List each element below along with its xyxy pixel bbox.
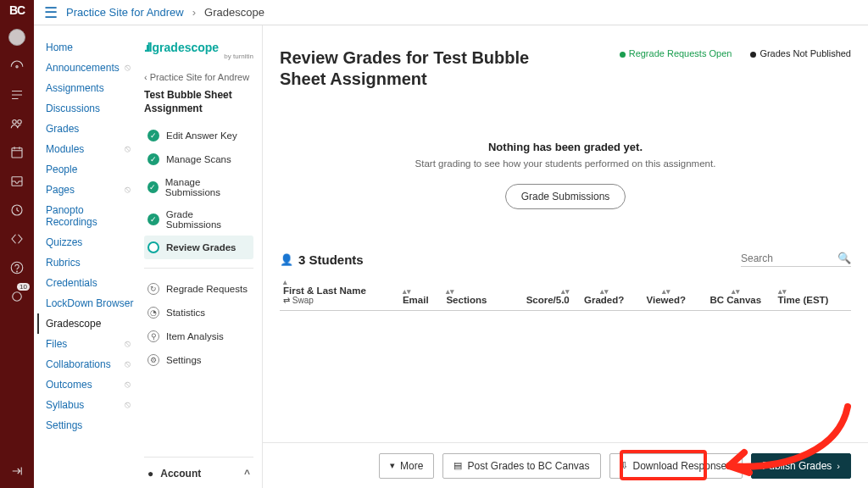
gs-step-item[interactable]: ✓Manage Submissions [144, 171, 253, 203]
svg-rect-3 [12, 148, 22, 158]
gs-step-label: Edit Answer Key [166, 130, 237, 141]
status-publish: Grades Not Published [750, 47, 851, 59]
svg-point-2 [18, 120, 22, 125]
account-avatar[interactable] [8, 29, 25, 46]
hidden-icon: ⦸ [125, 184, 131, 195]
course-nav-item[interactable]: Gradescope [37, 313, 136, 334]
course-nav-item[interactable]: Outcomes⦸ [46, 374, 136, 395]
post-grades-button[interactable]: ▤Post Grades to BC Canvas [442, 453, 600, 479]
gs-assignment-title: Test Bubble Sheet Assignment [144, 89, 253, 115]
gs-step-label: Grade Submissions [166, 209, 250, 230]
gs-tool-label: Item Analysis [166, 331, 224, 341]
breadcrumb-course[interactable]: Practice Site for Andrew [66, 6, 184, 19]
svg-point-0 [16, 66, 18, 68]
circle-icon [147, 241, 159, 253]
col-name[interactable]: ▴First & Last Name⇄ Swap [280, 274, 399, 311]
student-search[interactable]: 🔍 [741, 252, 851, 267]
course-nav-item[interactable]: Panopto Recordings [46, 200, 136, 232]
commons-icon[interactable] [8, 230, 25, 247]
course-nav-item[interactable]: Pages⦸ [46, 180, 136, 200]
hidden-icon: ⦸ [125, 338, 131, 349]
col-viewed[interactable]: ▴▾Viewed? [635, 274, 697, 311]
page-title: Review Grades for Test Bubble Sheet Assi… [280, 47, 534, 90]
download-responses-button[interactable]: ⇩Download Responses [609, 453, 743, 479]
groups-icon[interactable] [8, 115, 25, 132]
gs-account-label: Account [160, 468, 201, 480]
course-nav-item[interactable]: Files⦸ [46, 334, 136, 354]
check-icon: ✓ [147, 130, 159, 141]
gs-account-toggle[interactable]: ● Account ^ [144, 457, 253, 480]
col-sections[interactable]: ▴▾Sections [442, 274, 506, 311]
check-icon: ✓ [147, 214, 159, 225]
help-icon[interactable] [8, 259, 25, 276]
col-email[interactable]: ▴▾Email [399, 274, 443, 311]
col-score[interactable]: ▴▾Score/5.0 [506, 274, 573, 311]
history-icon[interactable] [8, 202, 25, 219]
course-nav-item[interactable]: Announcements⦸ [46, 58, 136, 78]
col-time[interactable]: ▴▾Time (EST) [775, 274, 851, 311]
hidden-icon: ⦸ [125, 379, 131, 390]
gs-tool-item[interactable]: ⚙Settings [144, 348, 253, 372]
gs-back-link[interactable]: ‹ Practice Site for Andrew [144, 72, 253, 82]
gs-tool-item[interactable]: ◔Statistics [144, 301, 253, 324]
search-icon: 🔍 [837, 252, 851, 264]
course-nav-item[interactable]: Syllabus⦸ [46, 395, 136, 415]
course-nav-item[interactable]: Credentials [46, 273, 136, 293]
global-nav-rail: BC [0, 0, 34, 488]
more-button[interactable]: ▾More [379, 453, 434, 479]
tool-icon: ◔ [147, 307, 159, 319]
dashboard-icon[interactable] [8, 58, 25, 75]
course-nav-item[interactable]: Home [46, 37, 136, 58]
download-icon: ⇩ [620, 460, 628, 471]
course-nav-item[interactable]: Grades [46, 119, 136, 139]
breadcrumb-bar: ☰ Practice Site for Andrew › Gradescope [34, 0, 868, 25]
chevron-down-icon: ▾ [390, 460, 395, 471]
check-icon: ✓ [147, 153, 159, 165]
check-icon: ✓ [147, 181, 159, 193]
hamburger-icon[interactable]: ☰ [44, 3, 58, 22]
course-nav-item[interactable]: Collaborations⦸ [46, 354, 136, 374]
list-icon: ▤ [453, 460, 462, 471]
gs-tool-item[interactable]: ⚲Item Analysis [144, 324, 253, 348]
gradescope-sidebar: .ıllgradescope by turnitin ‹ Practice Si… [136, 25, 263, 488]
calendar-icon[interactable] [8, 144, 25, 161]
action-bar: ▾More ▤Post Grades to BC Canvas ⇩Downloa… [263, 442, 868, 488]
course-nav-item[interactable]: Assignments [46, 78, 136, 98]
gs-step-item[interactable]: ✓Manage Scans [144, 147, 253, 171]
course-nav-item[interactable]: Settings [46, 415, 136, 435]
students-heading: 3 Students [298, 252, 364, 267]
grade-submissions-button[interactable]: Grade Submissions [505, 184, 626, 209]
person-icon: ● [147, 468, 153, 480]
courses-icon[interactable] [8, 86, 25, 103]
chevron-right-icon: › [192, 6, 196, 19]
students-table: ▴First & Last Name⇄ Swap ▴▾Email ▴▾Secti… [280, 274, 851, 311]
bc-logo[interactable]: BC [9, 3, 25, 17]
course-nav-item[interactable]: Quizzes [46, 232, 136, 252]
search-input[interactable] [741, 252, 837, 264]
empty-state: Nothing has been graded yet. Start gradi… [280, 141, 851, 209]
course-nav-item[interactable]: Discussions [46, 98, 136, 119]
gs-step-item[interactable]: Review Grades [144, 236, 253, 259]
notifications-badge[interactable] [8, 288, 25, 305]
course-nav-item[interactable]: LockDown Browser [46, 293, 136, 313]
gs-step-item[interactable]: ✓Grade Submissions [144, 203, 253, 236]
svg-point-1 [13, 120, 17, 125]
gs-step-label: Manage Scans [166, 154, 231, 164]
inbox-icon[interactable] [8, 173, 25, 190]
publish-grades-button[interactable]: Publish Grades› [751, 453, 851, 479]
hidden-icon: ⦸ [125, 62, 131, 73]
col-graded[interactable]: ▴▾Graded? [573, 274, 636, 311]
course-nav-item[interactable]: Modules⦸ [46, 139, 136, 159]
collapse-nav-icon[interactable] [8, 463, 25, 480]
gs-tool-label: Statistics [166, 308, 205, 318]
course-nav-item[interactable]: People [46, 159, 136, 180]
gs-tool-label: Settings [166, 355, 202, 365]
course-nav-item[interactable]: Rubrics [46, 252, 136, 273]
hidden-icon: ⦸ [125, 143, 131, 154]
svg-point-8 [13, 292, 22, 302]
gs-step-item[interactable]: ✓Edit Answer Key [144, 124, 253, 147]
gs-step-label: Manage Submissions [165, 177, 250, 197]
gs-tool-item[interactable]: ↻Regrade Requests [144, 277, 253, 301]
col-bccanvas[interactable]: ▴▾BC Canvas [697, 274, 775, 311]
course-nav: HomeAnnouncements⦸AssignmentsDiscussions… [34, 25, 136, 488]
